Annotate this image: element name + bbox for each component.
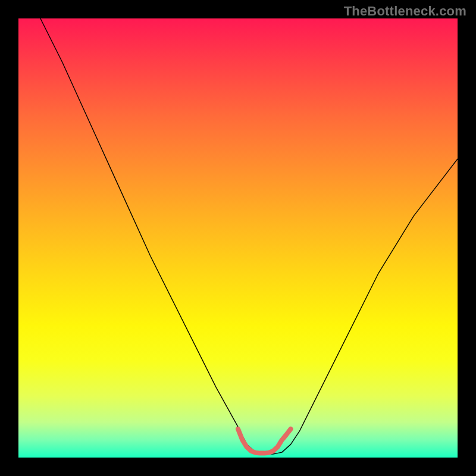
chart-frame — [18, 18, 458, 458]
series-red-flat-segment — [238, 429, 291, 453]
series-black-curve — [40, 18, 458, 454]
chart-svg — [18, 18, 458, 458]
watermark-text: TheBottleneck.com — [344, 4, 466, 19]
